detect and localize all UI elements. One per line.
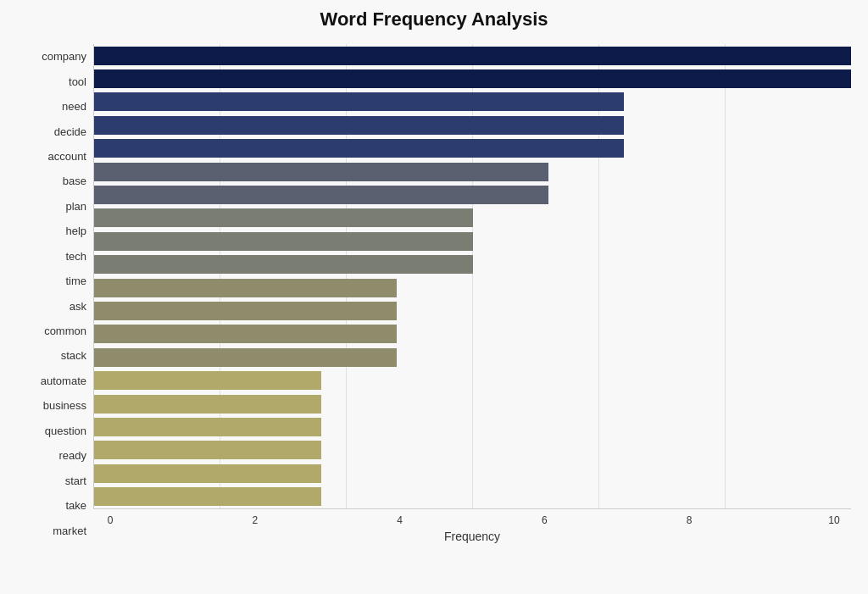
y-label: business xyxy=(43,395,86,417)
chart-title: Word Frequency Analysis xyxy=(320,8,548,31)
bars-area xyxy=(93,44,851,509)
y-label: help xyxy=(65,220,86,242)
bar-row xyxy=(94,486,851,508)
bar-row xyxy=(94,300,851,322)
y-label: tool xyxy=(69,70,86,92)
chart-container: Word Frequency Analysis companytoolneedd… xyxy=(0,0,868,594)
bar-row xyxy=(94,439,851,461)
bars-and-xaxis: 0246810 Frequency xyxy=(93,44,851,543)
bar-row xyxy=(94,253,851,275)
bar-row xyxy=(94,207,851,229)
x-axis: 0246810 xyxy=(93,509,851,526)
bar xyxy=(94,325,397,343)
bar xyxy=(94,139,624,158)
bar xyxy=(94,208,473,227)
y-label: ask xyxy=(70,295,86,317)
y-label: need xyxy=(62,96,86,118)
y-label: company xyxy=(42,46,86,68)
bar xyxy=(94,92,624,111)
bar xyxy=(94,69,851,88)
x-tick: 4 xyxy=(383,514,417,526)
y-label: common xyxy=(44,320,86,342)
bar-row xyxy=(94,137,851,159)
bar xyxy=(94,395,321,414)
chart-area: companytoolneeddecideaccountbaseplanhelp… xyxy=(17,44,851,543)
bar-row xyxy=(94,161,851,183)
x-tick: 2 xyxy=(238,514,272,526)
bar-row xyxy=(94,91,851,113)
bar xyxy=(94,232,473,251)
bar-row xyxy=(94,369,851,391)
y-label: ready xyxy=(58,445,86,467)
bar-row xyxy=(94,114,851,136)
bar xyxy=(94,47,851,65)
y-label: question xyxy=(45,419,86,441)
bar xyxy=(94,279,397,297)
bar xyxy=(94,371,321,390)
bar xyxy=(94,163,548,181)
bar-row xyxy=(94,347,851,369)
bar-row xyxy=(94,277,851,299)
bar-row xyxy=(94,45,851,67)
y-labels: companytoolneeddecideaccountbaseplanhelp… xyxy=(17,44,93,543)
bar-row xyxy=(94,463,851,485)
bar xyxy=(94,348,397,367)
y-label: start xyxy=(65,469,86,491)
y-label: decide xyxy=(54,120,86,142)
bar xyxy=(94,487,321,506)
bar xyxy=(94,418,321,436)
bar xyxy=(94,255,473,274)
x-tick: 10 xyxy=(817,514,851,526)
y-label: time xyxy=(65,270,86,292)
x-tick: 8 xyxy=(672,514,706,526)
x-tick: 6 xyxy=(527,514,561,526)
bar-row xyxy=(94,323,851,345)
bar xyxy=(94,186,548,204)
y-label: market xyxy=(53,519,86,541)
y-label: base xyxy=(63,170,86,192)
x-tick: 0 xyxy=(93,514,127,526)
y-label: plan xyxy=(65,195,86,217)
y-label: take xyxy=(65,495,86,517)
bar xyxy=(94,116,624,135)
y-label: automate xyxy=(41,369,86,391)
x-axis-label: Frequency xyxy=(93,530,851,543)
y-label: stack xyxy=(61,345,86,367)
y-label: account xyxy=(47,145,86,167)
bar-row xyxy=(94,393,851,415)
bar xyxy=(94,441,321,459)
y-label: tech xyxy=(65,245,86,267)
bar-row xyxy=(94,184,851,206)
bar-row xyxy=(94,416,851,438)
bar xyxy=(94,464,321,483)
bar-row xyxy=(94,230,851,253)
bar xyxy=(94,302,397,320)
bar-row xyxy=(94,68,851,90)
